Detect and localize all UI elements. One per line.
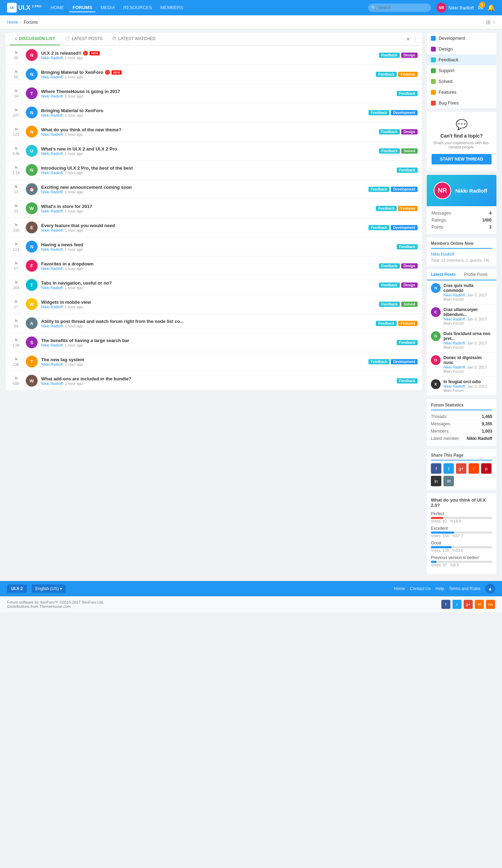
posts-tab-latest[interactable]: Latest Posts: [427, 269, 460, 280]
post-forum[interactable]: Main Forum: [443, 388, 492, 393]
start-new-thread-button[interactable]: START NEW THREAD: [432, 154, 492, 164]
thread-author[interactable]: Nikki Radloff: [41, 94, 63, 98]
nav-forums[interactable]: FORUMS: [69, 3, 96, 12]
social-button[interactable]: t: [452, 600, 462, 609]
sidebar-cat-item[interactable]: Design: [427, 44, 496, 54]
share-button[interactable]: ✉: [443, 476, 454, 486]
thread-title[interactable]: Ablity to post thread and watch forum ri…: [41, 319, 372, 324]
more-icon[interactable]: ⋮: [413, 37, 418, 42]
post-title[interactable]: Cras quis nulla commodo: [443, 283, 492, 293]
thread-author[interactable]: Nikki Radloff: [41, 75, 63, 79]
thread-title[interactable]: Favorites in a dropdown: [41, 261, 375, 266]
post-title[interactable]: Duis tincidunt urna non pret...: [443, 331, 492, 341]
share-button[interactable]: in: [431, 476, 441, 486]
post-author[interactable]: Nikki Radloff: [443, 365, 465, 369]
filter-icon[interactable]: ▼: [406, 37, 410, 42]
thread-author[interactable]: Nikki Radloff: [41, 190, 63, 194]
sidebar-cat-item[interactable]: Support: [427, 65, 496, 76]
nav-home[interactable]: HOME: [47, 3, 68, 12]
footer-language-button[interactable]: English (US) ▾: [32, 584, 66, 593]
search-input[interactable]: [368, 3, 431, 12]
thread-title[interactable]: Exciting new announcement coming soon: [41, 185, 365, 190]
thread-title[interactable]: Introducing UI.X 2 Pro, the best of the …: [41, 165, 393, 171]
thread-title[interactable]: Where ThemeHouse is going in 2017: [41, 89, 393, 94]
share-button[interactable]: t: [443, 463, 454, 474]
footer-link[interactable]: Contact Us: [410, 586, 431, 591]
share-button[interactable]: p: [481, 463, 492, 474]
footer-logo-button[interactable]: UI.X 2: [7, 584, 27, 593]
thread-author[interactable]: Nikki Radloff: [41, 343, 63, 347]
thread-author[interactable]: Nikki Radloff: [41, 209, 63, 213]
thread-title[interactable]: Widgets in mobile view: [41, 300, 375, 305]
share-button[interactable]: g+: [456, 463, 466, 474]
thread-author[interactable]: Nikki Radloff: [41, 381, 63, 386]
post-title[interactable]: Cras ullamcorper bibendum...: [443, 307, 492, 317]
post-author[interactable]: Nikki Radloff: [443, 384, 465, 388]
social-button[interactable]: f: [441, 600, 450, 609]
breadcrumb-home[interactable]: Home: [7, 20, 18, 25]
nav-media[interactable]: MEDIA: [97, 3, 118, 12]
social-button[interactable]: g+: [464, 600, 473, 609]
tab-latest-watched[interactable]: ⏱ LATEST WATCHED: [107, 33, 160, 45]
sidebar-cat-item[interactable]: Development: [427, 33, 496, 44]
thread-author[interactable]: Nikki Radloff: [41, 305, 63, 309]
social-button[interactable]: ✉: [475, 600, 484, 609]
tab-latest-posts[interactable]: 📄 LATEST POSTS: [60, 33, 107, 45]
thread-author[interactable]: Nikki Radloff: [41, 286, 63, 290]
nav-resources[interactable]: RESOURCES: [120, 3, 155, 12]
posts-tab-profile[interactable]: Profile Posts: [460, 269, 492, 280]
post-author[interactable]: Nikki Radloff: [443, 293, 465, 297]
post-author[interactable]: Nikki Radloff: [443, 341, 465, 345]
notifications-button[interactable]: ✉ 1: [478, 4, 483, 11]
post-forum[interactable]: Main Forum: [443, 297, 492, 301]
thread-title[interactable]: Tabs in navigation, useful or no?: [41, 280, 375, 286]
thread-title[interactable]: Having a news feed: [41, 242, 393, 247]
post-forum[interactable]: Main Forum: [443, 369, 492, 373]
thread-author[interactable]: Nikki Radloff: [41, 56, 63, 60]
thread-title[interactable]: UI.X 2 is released!! 🔴NEW: [41, 51, 375, 56]
scroll-top-button[interactable]: ▲: [485, 584, 495, 594]
sidebar-cat-item[interactable]: Solved: [427, 76, 496, 87]
thread-title[interactable]: The benefits of having a large search ba…: [41, 338, 393, 343]
thread-author[interactable]: Nikki Radloff: [41, 228, 63, 232]
post-forum[interactable]: Main Forum: [443, 321, 492, 325]
thread-author[interactable]: Nikki Radloff: [41, 152, 63, 156]
share-button[interactable]: r: [469, 463, 479, 474]
thread-author[interactable]: Nikki Radloff: [41, 324, 63, 328]
thread-title[interactable]: Bringing Material to XenForo 🔴NEW: [41, 70, 372, 75]
footer-link[interactable]: Terms and Rules: [449, 586, 480, 591]
social-button[interactable]: rss: [486, 600, 495, 609]
thread-author[interactable]: Nikki Radloff: [41, 171, 63, 175]
thread-title[interactable]: Every feature that you would need: [41, 223, 365, 228]
thread-author[interactable]: Nikki Radloff: [41, 132, 63, 137]
footer-link[interactable]: Home: [394, 586, 405, 591]
user-info[interactable]: NR Nikki Radloff: [436, 3, 474, 13]
thread-title[interactable]: Bringing Material to XenForo: [41, 108, 365, 113]
collapse-icon[interactable]: ‹: [493, 19, 495, 25]
share-button[interactable]: f: [431, 463, 441, 474]
share-page-icon[interactable]: ⊞: [486, 19, 490, 25]
online-user-link[interactable]: Nikki Radloff: [431, 252, 454, 257]
sidebar-cat-item[interactable]: Features: [427, 87, 496, 98]
post-title[interactable]: In feugiat orci odio: [443, 379, 492, 384]
tab-discussion-list[interactable]: ≡ DISCUSSION LIST: [10, 33, 60, 45]
thread-title[interactable]: What's new in UI.X 2 and UI.X 2 Pro: [41, 146, 375, 152]
thread-title[interactable]: The new tag system: [41, 357, 365, 362]
logo[interactable]: UI UI.X 2 PRO: [7, 3, 41, 13]
thread-title[interactable]: What's in store for 2017: [41, 204, 372, 209]
post-forum[interactable]: Main Forum: [443, 345, 492, 349]
post-title[interactable]: Donec id dignissim nunc: [443, 355, 492, 365]
sidebar-cat-item[interactable]: Feedback: [427, 54, 496, 65]
thread-author[interactable]: Nikki Radloff: [41, 266, 63, 271]
thread-author[interactable]: Nikki Radloff: [41, 113, 63, 117]
footer-link[interactable]: Help: [435, 586, 444, 591]
thread-title[interactable]: What do you think of the new theme?: [41, 127, 375, 132]
post-author[interactable]: Nikki Radloff: [443, 317, 465, 321]
nav-members[interactable]: MEMBERS: [157, 3, 187, 12]
sidebar-cat-item[interactable]: Bug Fixes: [427, 98, 496, 108]
alerts-button[interactable]: 🔔: [487, 4, 495, 11]
thread-author[interactable]: Nikki Radloff: [41, 362, 63, 366]
thread-title[interactable]: What add-ons are included in the bundle?: [41, 376, 393, 381]
user-profile-name[interactable]: Nikki Radloff: [455, 188, 487, 194]
thread-author[interactable]: Nikki Radloff: [41, 247, 63, 251]
